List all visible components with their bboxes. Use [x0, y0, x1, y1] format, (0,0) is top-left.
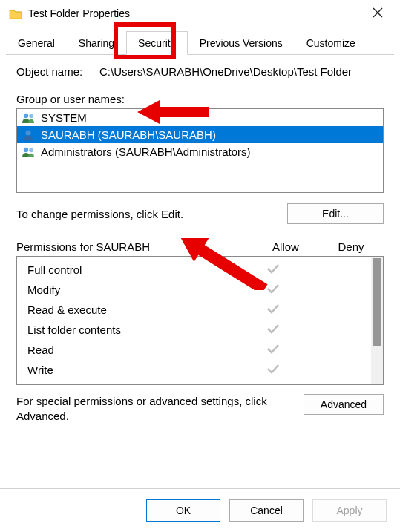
tab-sharing[interactable]: Sharing — [67, 31, 126, 55]
permissions-header: Permissions for SAURABH — [16, 240, 253, 253]
permission-allow-check — [240, 303, 306, 316]
tab-previous-versions[interactable]: Previous Versions — [188, 31, 295, 55]
edit-button[interactable]: Edit... — [287, 203, 384, 224]
list-item[interactable]: SYSTEM — [17, 109, 383, 126]
tab-row: General Sharing Security Previous Versio… — [0, 31, 400, 55]
ok-button[interactable]: OK — [146, 499, 220, 522]
tab-security[interactable]: Security — [126, 31, 188, 55]
close-button[interactable] — [363, 0, 393, 27]
permission-row: List folder contents — [17, 320, 371, 340]
edit-hint-text: To change permissions, click Edit. — [16, 208, 287, 220]
group-icon — [22, 112, 36, 124]
list-item-label: SYSTEM — [41, 111, 87, 124]
group-user-list[interactable]: SYSTEMSAURABH (SAURABH\SAURABH)Administr… — [16, 108, 384, 193]
tab-general[interactable]: General — [6, 31, 67, 55]
advanced-button[interactable]: Advanced — [304, 394, 384, 415]
list-item[interactable]: SAURABH (SAURABH\SAURABH) — [17, 126, 383, 143]
permission-name: Full control — [27, 263, 240, 276]
permissions-list: Full controlModifyRead & executeList fol… — [16, 256, 384, 385]
dialog-button-bar: OK Cancel Apply — [0, 488, 400, 532]
permission-row: Read — [17, 340, 371, 360]
allow-column-header: Allow — [253, 240, 318, 253]
permission-allow-check — [240, 263, 306, 276]
window-title: Test Folder Properties — [28, 7, 363, 19]
svg-point-0 — [24, 113, 28, 117]
permission-name: Write — [27, 364, 240, 376]
scrollbar-thumb[interactable] — [373, 258, 381, 346]
permission-allow-check — [240, 364, 306, 376]
deny-column-header: Deny — [318, 240, 384, 253]
permission-row: Write — [17, 360, 371, 380]
svg-point-1 — [29, 114, 33, 118]
group-icon — [22, 146, 36, 158]
permission-allow-check — [240, 344, 306, 356]
folder-icon — [9, 8, 22, 19]
svg-point-4 — [29, 148, 33, 152]
list-item-label: Administrators (SAURABH\Administrators) — [41, 145, 251, 158]
cancel-button[interactable]: Cancel — [229, 499, 304, 522]
tab-customize[interactable]: Customize — [295, 31, 367, 55]
object-name-path: C:\Users\SAURABH\OneDrive\Desktop\Test F… — [99, 65, 384, 78]
advanced-hint-text: For special permissions or advanced sett… — [16, 394, 304, 424]
permission-name: List folder contents — [27, 324, 240, 336]
tab-content-security: Object name: C:\Users\SAURABH\OneDrive\D… — [0, 55, 400, 432]
list-item[interactable]: Administrators (SAURABH\Administrators) — [17, 143, 383, 160]
permission-allow-check — [240, 283, 306, 296]
titlebar: Test Folder Properties — [0, 0, 400, 27]
object-name-label: Object name: — [16, 65, 99, 78]
permission-row: Read & execute — [17, 300, 371, 320]
svg-point-2 — [25, 130, 30, 135]
permission-row: Modify — [17, 280, 371, 300]
permission-name: Modify — [27, 283, 240, 296]
permission-name: Read & execute — [27, 303, 240, 316]
permission-row: Full control — [17, 260, 371, 280]
list-item-label: SAURABH (SAURABH\SAURABH) — [41, 128, 216, 141]
permission-allow-check — [240, 324, 306, 336]
group-user-names-label: Group or user names: — [16, 93, 125, 105]
svg-point-3 — [24, 147, 28, 151]
user-icon — [22, 129, 36, 141]
apply-button: Apply — [312, 499, 387, 522]
permission-name: Read — [27, 344, 240, 356]
permissions-scrollbar[interactable] — [371, 257, 383, 384]
